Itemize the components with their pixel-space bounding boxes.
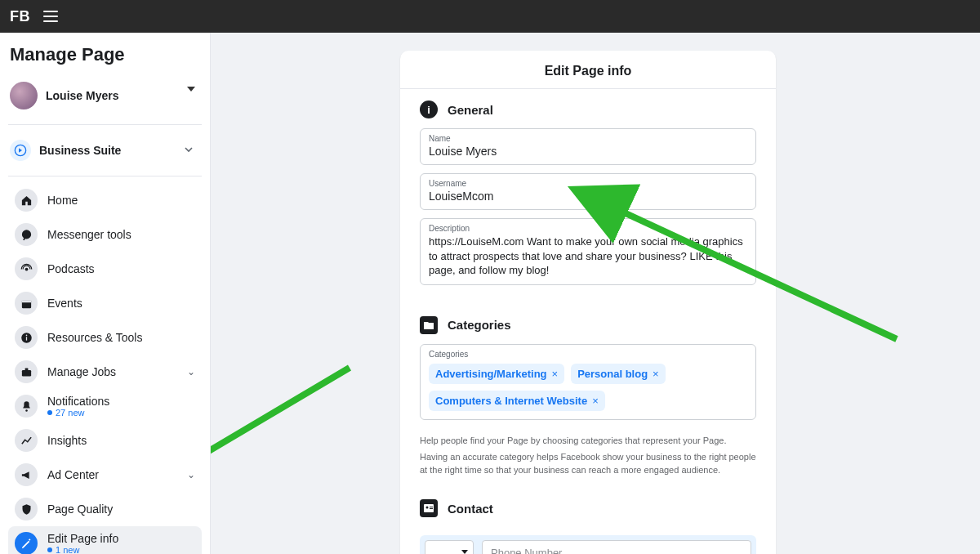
- podcast-icon: [15, 257, 38, 280]
- svg-point-2: [24, 267, 28, 270]
- page-selector[interactable]: Louise Myers: [8, 77, 202, 118]
- info-icon: [15, 326, 38, 349]
- close-icon[interactable]: ×: [552, 368, 559, 380]
- country-code-selector[interactable]: [425, 540, 474, 554]
- sidebar-item-notifications[interactable]: Notifications 27 new: [8, 389, 202, 423]
- svg-point-1: [21, 230, 30, 239]
- field-label: Categories: [429, 350, 747, 359]
- bell-icon: [15, 395, 38, 418]
- name-field[interactable]: Name Louise Myers: [420, 128, 756, 165]
- menu-icon[interactable]: [43, 11, 58, 22]
- categories-section: Categories Categories Advertising/Market…: [400, 297, 776, 431]
- sidebar-item-ad-center[interactable]: Ad Center ⌄: [8, 458, 202, 492]
- category-chip[interactable]: Computers & Internet Website×: [429, 391, 605, 411]
- description-field[interactable]: Description https://LouiseM.com Want to …: [420, 218, 756, 285]
- shield-icon: [15, 498, 38, 520]
- profile-name: Louise Myers: [46, 89, 118, 102]
- chevron-down-icon: [184, 143, 194, 158]
- calendar-icon: [15, 292, 38, 315]
- card-title: Edit Page info: [400, 51, 776, 89]
- svg-rect-4: [21, 300, 30, 302]
- categories-field[interactable]: Categories Advertising/Marketing× Person…: [420, 344, 756, 420]
- svg-point-13: [426, 507, 429, 509]
- field-value: Louise Myers: [429, 145, 747, 158]
- folder-icon: [420, 316, 438, 334]
- sidebar-item-sub: 1 new: [47, 545, 118, 554]
- field-value: https://LouiseM.com Want to make your ow…: [429, 235, 747, 278]
- insights-icon: [15, 429, 38, 452]
- sidebar-item-insights[interactable]: Insights: [8, 423, 202, 458]
- edit-page-info-card: Edit Page info i General Name Louise Mye…: [400, 51, 776, 554]
- phone-row: Phone Number: [420, 535, 756, 554]
- sidebar-item-events[interactable]: Events: [8, 286, 202, 320]
- sidebar-item-home[interactable]: Home: [8, 183, 202, 217]
- svg-point-7: [25, 334, 27, 336]
- svg-rect-6: [25, 337, 26, 340]
- phone-input[interactable]: Phone Number: [482, 540, 751, 554]
- section-title: Categories: [448, 318, 511, 332]
- chevron-down-icon: ⌄: [187, 469, 195, 480]
- sidebar-item-manage-jobs[interactable]: Manage Jobs ⌄: [8, 355, 202, 389]
- field-label: Name: [429, 134, 747, 143]
- business-suite-label: Business Suite: [39, 144, 121, 157]
- section-title: Contact: [448, 502, 493, 516]
- svg-line-17: [211, 368, 350, 486]
- messenger-icon: [15, 223, 38, 246]
- close-icon[interactable]: ×: [592, 395, 599, 407]
- topbar: FB: [0, 0, 980, 33]
- briefcase-icon: [15, 360, 38, 383]
- sidebar-item-label: Notifications: [47, 395, 109, 408]
- svg-rect-15: [430, 508, 433, 509]
- sidebar-item-label: Messenger tools: [47, 228, 131, 241]
- close-icon[interactable]: ×: [653, 368, 659, 380]
- general-section: i General Name Louise Myers Username Lou…: [400, 89, 776, 297]
- contact-section: Contact: [400, 476, 776, 530]
- sidebar-item-label: Edit Page info: [47, 532, 118, 545]
- sidebar-item-resources[interactable]: Resources & Tools: [8, 320, 202, 355]
- sidebar-item-label: Page Quality: [47, 503, 113, 516]
- sidebar-item-page-quality[interactable]: Page Quality: [8, 492, 202, 526]
- sidebar-item-edit-page-info[interactable]: Edit Page info 1 new: [8, 526, 202, 554]
- sidebar-item-label: Podcasts: [47, 262, 95, 275]
- sidebar-item-label: Resources & Tools: [47, 331, 142, 344]
- home-icon: [15, 189, 38, 212]
- sidebar-item-sub: 27 new: [47, 408, 109, 418]
- manage-page-title: Manage Page: [10, 44, 202, 65]
- main-content: Edit Page info i General Name Louise Mye…: [211, 33, 980, 554]
- pencil-icon: [15, 532, 38, 554]
- sidebar-item-label: Events: [47, 297, 82, 310]
- chevron-down-icon: ⌄: [187, 366, 195, 378]
- megaphone-icon: [15, 463, 38, 486]
- business-suite-icon: [10, 140, 31, 161]
- chevron-down-icon: [187, 87, 195, 92]
- sidebar-item-messenger[interactable]: Messenger tools: [8, 217, 202, 252]
- svg-rect-9: [24, 368, 28, 370]
- business-suite-link[interactable]: Business Suite: [8, 132, 202, 169]
- contact-icon: [420, 499, 438, 517]
- category-chip[interactable]: Personal blog×: [571, 364, 666, 384]
- svg-point-10: [25, 409, 28, 412]
- category-chip[interactable]: Advertising/Marketing×: [429, 364, 564, 384]
- sidebar-item-podcasts[interactable]: Podcasts: [8, 252, 202, 286]
- sidebar-item-label: Manage Jobs: [47, 365, 116, 378]
- annotation-arrow: [211, 360, 366, 502]
- sidebar-nav: Home Messenger tools Podcasts Events Res…: [8, 183, 202, 554]
- sidebar-item-label: Insights: [47, 434, 87, 447]
- avatar: [10, 82, 38, 109]
- helper-text: Having an accurate category helps Facebo…: [400, 451, 776, 477]
- sidebar-item-label: Home: [47, 194, 78, 207]
- field-value: LouiseMcom: [429, 190, 747, 203]
- svg-rect-8: [21, 370, 30, 377]
- section-title: General: [448, 103, 493, 117]
- field-label: Username: [429, 179, 747, 188]
- chevron-down-icon: [461, 550, 468, 554]
- field-label: Description: [429, 224, 747, 233]
- helper-text: Help people find your Page by choosing c…: [400, 435, 776, 448]
- info-icon: i: [420, 101, 438, 118]
- sidebar-item-label: Ad Center: [47, 468, 99, 481]
- logo: FB: [10, 8, 30, 25]
- username-field[interactable]: Username LouiseMcom: [420, 173, 756, 210]
- sidebar: Manage Page Louise Myers Business Suite …: [0, 33, 211, 554]
- svg-rect-14: [430, 507, 433, 507]
